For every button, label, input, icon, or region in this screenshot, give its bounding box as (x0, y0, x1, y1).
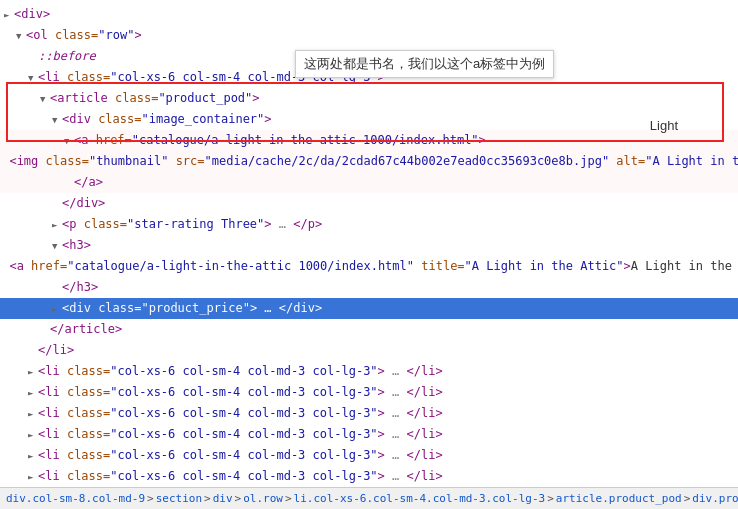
tree-line[interactable]: ►<li class="col-xs-6 col-sm-4 col-md-3 c… (0, 424, 738, 445)
tree-line-content: <div class="image_container"> (62, 110, 272, 128)
tree-line-content: </article> (50, 320, 122, 338)
breadcrumb-item[interactable]: div (213, 492, 233, 505)
tree-line[interactable]: ►<li class="col-xs-6 col-sm-4 col-md-3 c… (0, 382, 738, 403)
tree-line[interactable]: ►<li class="col-xs-6 col-sm-4 col-md-3 c… (0, 361, 738, 382)
breadcrumb-sep: > (147, 492, 154, 505)
tree-line[interactable]: ►</div> (0, 193, 738, 214)
light-label: Light (650, 118, 678, 133)
breadcrumb-item[interactable]: section (156, 492, 202, 505)
triangle-icon[interactable]: ► (28, 446, 38, 465)
triangle-icon[interactable]: ► (28, 404, 38, 423)
tree-line[interactable]: ►<li class="col-xs-6 col-sm-4 col-md-3 c… (0, 445, 738, 466)
tree-line-content: <li class="col-xs-6 col-sm-4 col-md-3 co… (38, 68, 385, 86)
triangle-icon[interactable]: ▼ (28, 68, 38, 87)
tree-line[interactable]: ▼<a href="catalogue/a-light-in-the-attic… (0, 130, 738, 151)
triangle-icon[interactable]: ► (52, 215, 62, 234)
breadcrumb-bar: div.col-sm-8.col-md-9 > section > div > … (0, 487, 738, 509)
triangle-icon: ► (64, 173, 74, 192)
triangle-icon[interactable]: ▼ (52, 110, 62, 129)
tree-line-content: <ol class="row"> (26, 26, 142, 44)
tree-line[interactable]: ▼<article class="product_pod"> (0, 88, 738, 109)
tree-line-content: <div> (14, 5, 50, 23)
dom-tree: ►<div>▼<ol class="row">►::before▼<li cla… (0, 0, 738, 487)
breadcrumb-sep: > (285, 492, 292, 505)
tree-line-content: </a> (74, 173, 103, 191)
tree-line[interactable]: ►</h3> (0, 277, 738, 298)
triangle-icon: ► (52, 278, 62, 297)
triangle-icon[interactable]: ▼ (40, 89, 50, 108)
tree-line[interactable]: ►<p class="star-rating Three"> … </p> (0, 214, 738, 235)
breadcrumb-sep: > (547, 492, 554, 505)
tree-line[interactable]: ▼<div class="image_container"> (0, 109, 738, 130)
tree-line-content: <div class="product_price"> … </div> (62, 299, 322, 317)
breadcrumb-sep: > (235, 492, 242, 505)
tree-line[interactable]: ►<div> (0, 4, 738, 25)
tree-line-content: <a href="catalogue/a-light-in-the-attic … (74, 131, 486, 149)
tree-line-content: <p class="star-rating Three"> … </p> (62, 215, 322, 233)
tree-line-content: <img class="thumbnail" src="media/cache/… (9, 152, 738, 170)
tree-line-content: </h3> (62, 278, 98, 296)
tree-line-content: <li class="col-xs-6 col-sm-4 col-md-3 co… (38, 404, 443, 422)
tree-line[interactable]: ►</a> (0, 172, 738, 193)
tree-line[interactable]: ►<img class="thumbnail" src="media/cache… (0, 151, 738, 172)
triangle-icon[interactable]: ▼ (52, 236, 62, 255)
tree-line-content: </div> (62, 194, 105, 212)
tree-line-content: <li class="col-xs-6 col-sm-4 col-md-3 co… (38, 446, 443, 464)
tree-line-content: <article class="product_pod"> (50, 89, 260, 107)
tree-line-content: <li class="col-xs-6 col-sm-4 col-md-3 co… (38, 467, 443, 485)
tree-line[interactable]: ►</li> (0, 340, 738, 361)
tree-line[interactable]: ▼<h3> (0, 235, 738, 256)
tree-line[interactable]: ►</article> (0, 319, 738, 340)
tree-line-content: </li> (38, 341, 74, 359)
tree-line[interactable]: ►<a href="catalogue/a-light-in-the-attic… (0, 256, 738, 277)
triangle-icon[interactable]: ► (28, 362, 38, 381)
tree-line[interactable]: ►<div class="product_price"> … </div> (0, 298, 738, 319)
triangle-icon: ► (28, 341, 38, 360)
breadcrumb-sep: > (204, 492, 211, 505)
tree-line-content: <li class="col-xs-6 col-sm-4 col-md-3 co… (38, 362, 443, 380)
triangle-icon[interactable]: ▼ (64, 131, 74, 150)
breadcrumb-item[interactable]: div.product_price (692, 492, 738, 505)
triangle-icon: ► (40, 320, 50, 339)
tree-line[interactable]: ▼<li class="col-xs-6 col-sm-4 col-md-3 c… (0, 67, 738, 88)
tree-line[interactable]: ►<li class="col-xs-6 col-sm-4 col-md-3 c… (0, 403, 738, 424)
triangle-icon[interactable]: ► (28, 467, 38, 486)
tree-line-content: ::before (38, 47, 96, 65)
triangle-icon[interactable]: ► (28, 425, 38, 444)
tree-line-content: <h3> (62, 236, 91, 254)
breadcrumb-item[interactable]: ol.row (243, 492, 283, 505)
triangle-icon: ► (28, 47, 38, 66)
breadcrumb-sep: > (684, 492, 691, 505)
triangle-icon[interactable]: ► (52, 299, 62, 318)
tree-line-content: <li class="col-xs-6 col-sm-4 col-md-3 co… (38, 383, 443, 401)
tree-line-content: <li class="col-xs-6 col-sm-4 col-md-3 co… (38, 425, 443, 443)
tree-line[interactable]: ▼<ol class="row"> (0, 25, 738, 46)
breadcrumb-item[interactable]: div.col-sm-8.col-md-9 (6, 492, 145, 505)
breadcrumb-item[interactable]: li.col-xs-6.col-sm-4.col-md-3.col-lg-3 (294, 492, 546, 505)
triangle-icon[interactable]: ► (4, 5, 14, 24)
dom-inspector-wrapper: ►<div>▼<ol class="row">►::before▼<li cla… (0, 0, 738, 487)
breadcrumb-item[interactable]: article.product_pod (556, 492, 682, 505)
triangle-icon: ► (52, 194, 62, 213)
tree-line-content: <a href="catalogue/a-light-in-the-attic … (9, 257, 738, 275)
tree-line[interactable]: ►<li class="col-xs-6 col-sm-4 col-md-3 c… (0, 466, 738, 487)
tree-line[interactable]: ►::before (0, 46, 738, 67)
triangle-icon[interactable]: ► (28, 383, 38, 402)
triangle-icon[interactable]: ▼ (16, 26, 26, 45)
